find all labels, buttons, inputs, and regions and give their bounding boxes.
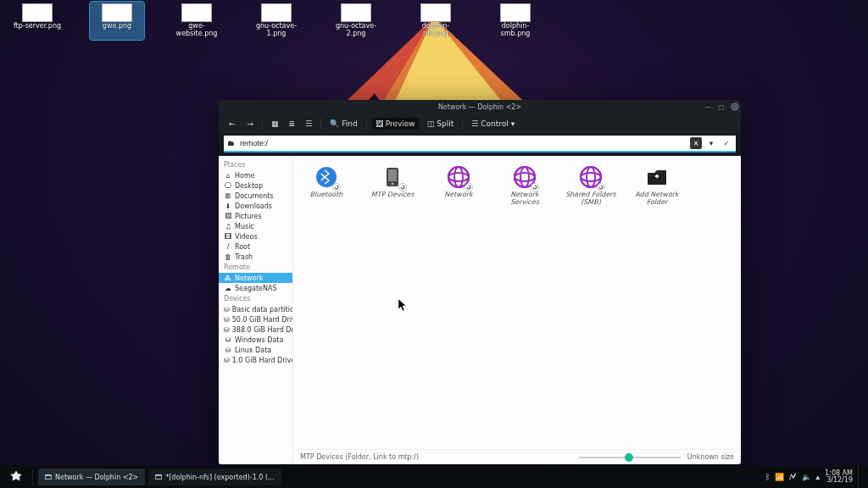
svg-rect-7	[388, 169, 397, 181]
svg-point-14	[520, 167, 529, 187]
status-text: MTP Devices (Folder, Link to mtp:/)	[300, 453, 419, 461]
bluetooth-tray-icon[interactable]: ᛒ	[765, 473, 770, 481]
sidebar-item-place[interactable]: 🎞Videos	[219, 231, 292, 241]
desktop-icon[interactable]: ftp-server.png	[10, 2, 64, 40]
location-input[interactable]	[238, 137, 687, 149]
location-bar: 🖿 ✕ ▾ ✓	[224, 136, 736, 152]
split-icon: ◫	[427, 119, 435, 128]
network-item[interactable]: Network Services	[495, 163, 554, 208]
clock[interactable]: 1:08 AM 3/12/19	[825, 470, 853, 484]
window-titlebar[interactable]: Network — Dolphin <2> — ▢	[219, 100, 741, 114]
chevron-down-icon: ▾	[511, 119, 515, 128]
battery-tray-icon[interactable]: 🗲	[789, 473, 797, 481]
sidebar-item-place[interactable]: 🗑Trash	[219, 252, 292, 262]
window-title: Network — Dolphin <2>	[438, 103, 521, 111]
find-button[interactable]: 🔍 Find	[326, 118, 360, 130]
location-go-button[interactable]: ✓	[721, 137, 732, 149]
sidebar-item-device[interactable]: ⛁Basic data partition	[219, 304, 292, 314]
taskbar-task[interactable]: 🗔Network — Dolphin <2>	[38, 469, 145, 485]
menu-icon: ☰	[471, 119, 478, 128]
volume-tray-icon[interactable]: 🔈	[802, 473, 811, 481]
home-icon: ⌂	[224, 171, 232, 180]
location-dropdown-button[interactable]: ▾	[705, 137, 717, 149]
svg-point-8	[392, 183, 394, 186]
places-panel: Places⌂Home🖵Desktop🖹Documents⬇Downloads🖼…	[219, 156, 293, 464]
sidebar-item-place[interactable]: ⌂Home	[219, 170, 292, 180]
sidebar-item-place[interactable]: /Root	[219, 241, 292, 252]
sidebar-item-place[interactable]: ♫Music	[219, 221, 292, 231]
desktop-icon[interactable]: dolphin-nfs.png	[409, 2, 463, 40]
dolphin-window: Network — Dolphin <2> — ▢ ← → ▦ ≣ ☰ 🔍 Fi…	[219, 100, 741, 464]
sidebar-item-place[interactable]: 🖵Desktop	[219, 180, 292, 191]
network-item[interactable]: Network	[429, 163, 488, 208]
drive-icon: ⛁	[224, 356, 230, 364]
window-minimize-button[interactable]: —	[704, 103, 712, 111]
taskbar: 🗔Network — Dolphin <2>🗔*[dolphin-nfs] (e…	[0, 466, 868, 488]
sidebar-item-device[interactable]: ⛁50.0 GiB Hard Drive	[219, 314, 292, 324]
sidebar-item-device[interactable]: ⛁388.0 GiB Hard Drive	[219, 324, 292, 335]
show-desktop-button[interactable]	[858, 466, 863, 488]
desktop-icon[interactable]: dolphin-smb.png	[488, 2, 542, 40]
application-launcher[interactable]	[5, 468, 27, 486]
forward-button[interactable]: →	[244, 118, 258, 130]
network-item[interactable]: MTP Devices	[363, 163, 422, 208]
drive-icon: ⛁	[224, 305, 230, 313]
sidebar-item-remote[interactable]: ☁SeagateNAS	[219, 283, 292, 293]
back-button[interactable]: ←	[225, 118, 239, 130]
sidebar-item-place[interactable]: ⬇Downloads	[219, 201, 292, 211]
location-clear-button[interactable]: ✕	[690, 137, 702, 149]
drive-icon: ⛁	[224, 346, 232, 354]
control-menu-button[interactable]: ☰ Control ▾	[468, 118, 518, 130]
search-icon: 🔍	[330, 119, 339, 128]
sidebar-item-place[interactable]: 🖼Pictures	[219, 211, 292, 221]
desktop-icons-container: ftp-server.pnggwe.pnggwe-website.pnggnu-…	[10, 0, 868, 40]
link-emblem-icon	[597, 183, 605, 191]
view-details-button[interactable]: ☰	[302, 118, 315, 130]
view-icons-button[interactable]: ▦	[268, 118, 282, 130]
status-size: Unknown size	[687, 453, 734, 461]
network-item[interactable]: Bluetooth	[297, 163, 356, 208]
desktop-icon[interactable]: gnu-octave-2.png	[329, 2, 383, 40]
svg-point-13	[515, 173, 535, 181]
doc-icon: 🖹	[224, 191, 232, 200]
split-button[interactable]: ◫ Split	[424, 118, 457, 130]
mtp-icon	[380, 164, 405, 190]
toolbar: ← → ▦ ≣ ☰ 🔍 Find 🖼 Preview ◫ Split ☰ Con…	[219, 114, 741, 134]
task-manager: 🗔Network — Dolphin <2>🗔*[dolphin-nfs] (e…	[38, 469, 281, 485]
preview-button[interactable]: 🖼 Preview	[372, 118, 419, 130]
link-emblem-icon	[465, 183, 473, 191]
root-icon: /	[224, 242, 232, 251]
sidebar-item-device[interactable]: ⛁Windows Data	[219, 335, 292, 345]
drive-icon: ⛁	[224, 315, 230, 324]
sidebar-section-header: Remote	[219, 262, 292, 273]
network-item[interactable]: Shared Folders (SMB)	[561, 163, 620, 208]
net-icon	[446, 164, 471, 190]
desktop-icon: 🖵	[224, 181, 232, 190]
window-close-button[interactable]	[731, 103, 739, 111]
sidebar-item-device[interactable]: ⛁Linux Data	[219, 345, 292, 355]
window-icon: 🗔	[155, 474, 162, 481]
sidebar-section-header: Devices	[219, 293, 292, 304]
network-tray-icon[interactable]: 📶	[775, 473, 784, 481]
sidebar-item-remote[interactable]: 🖧Network	[219, 273, 292, 283]
view-compact-button[interactable]: ≣	[286, 118, 299, 130]
music-icon: ♫	[224, 222, 232, 230]
desktop-icon[interactable]: gwe.png	[90, 2, 144, 40]
desktop-icon[interactable]: gwe-website.png	[170, 2, 224, 40]
net-icon	[512, 164, 537, 190]
nas-icon: ☁	[224, 284, 232, 292]
zoom-slider[interactable]	[579, 457, 681, 458]
taskbar-task[interactable]: 🗔*[dolphin-nfs] (exported)-1.0 (...	[148, 469, 281, 485]
sidebar-item-place[interactable]: 🖹Documents	[219, 191, 292, 201]
mouse-cursor	[398, 299, 409, 314]
svg-point-11	[454, 167, 463, 187]
add-icon	[644, 164, 670, 190]
network-item[interactable]: Add Network Folder	[627, 163, 687, 208]
desktop-icon[interactable]: gnu-octave-1.png	[249, 2, 303, 40]
tray-expand-icon[interactable]: ▴	[816, 473, 821, 481]
icon-grid[interactable]: BluetoothMTP DevicesNetworkNetwork Servi…	[293, 156, 741, 449]
svg-point-16	[581, 173, 601, 181]
pictures-icon: 🖼	[224, 212, 232, 220]
sidebar-item-device[interactable]: ⛁1.0 GiB Hard Drive	[219, 355, 292, 365]
window-maximize-button[interactable]: ▢	[717, 103, 726, 111]
